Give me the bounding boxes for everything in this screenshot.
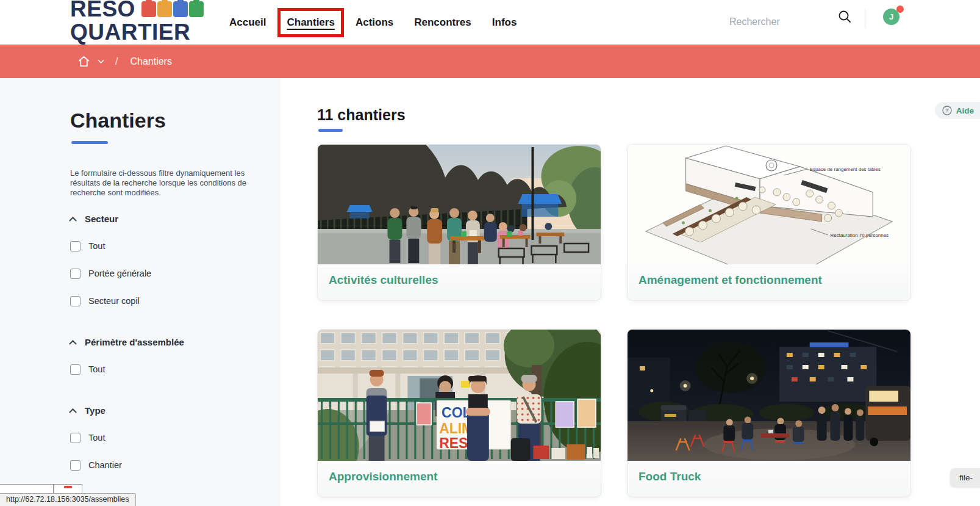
checkbox-secteur-tout[interactable]	[70, 241, 80, 251]
nav-item-infos[interactable]: Infos	[492, 16, 517, 29]
annotation-restauration: Restauration 70 personnes	[831, 233, 889, 238]
card-food-truck[interactable]: Food Truck	[627, 329, 911, 497]
page: RESO QUARTIER Accueil Chantiers Actions …	[0, 0, 980, 506]
filter-option-type-chantier[interactable]: Chantier	[70, 460, 254, 471]
chevron-up-icon	[69, 408, 77, 416]
filter-option-secteur-copil[interactable]: Secteur copil	[70, 296, 254, 306]
partial-element-box-red	[54, 484, 82, 494]
card-image-food-truck	[628, 330, 910, 461]
checkbox-type-chantier[interactable]	[70, 460, 80, 471]
main-content: ? Aide 11 chantiers	[280, 78, 980, 506]
logo-text-line1: RESO	[70, 0, 135, 21]
notification-dot	[896, 5, 904, 13]
breadcrumb: / Chantiers	[0, 45, 980, 78]
filters-sidebar: Chantiers Le formulaire ci-dessous filtr…	[0, 78, 279, 506]
card-title[interactable]: Approvisionnement	[329, 470, 590, 483]
main-nav: Accueil Chantiers Actions Rencontres Inf…	[229, 0, 517, 45]
page-title: Chantiers	[70, 109, 254, 132]
user-avatar[interactable]: J	[883, 9, 900, 25]
annotation-storage: Espace de rangement des tables	[810, 167, 881, 172]
chevron-up-icon	[69, 340, 77, 348]
top-navbar: RESO QUARTIER Accueil Chantiers Actions …	[0, 0, 980, 45]
question-circle-icon: ?	[942, 106, 952, 115]
card-image-approvisionnement: COLLE ALIM RESO	[318, 330, 601, 461]
results-count-heading: 11 chantiers	[317, 106, 406, 124]
card-body: Approvisionnement	[318, 461, 601, 497]
puzzle-pieces-icon	[141, 1, 204, 17]
filter-option-perimetre-tout[interactable]: Tout	[70, 364, 254, 375]
svg-text:?: ?	[945, 107, 949, 114]
card-amenagement-fonctionnement[interactable]: Espace de rangement des tables Restaurat…	[627, 144, 911, 301]
card-body: Activités culturelles	[318, 264, 601, 300]
partial-element-box	[0, 484, 54, 494]
nav-item-rencontres[interactable]: Rencontres	[414, 16, 471, 29]
help-label: Aide	[956, 106, 974, 115]
filter-group-secteur: Secteur Tout Portée générale Secteur cop…	[70, 214, 254, 306]
filter-group-type-toggle[interactable]: Type	[70, 405, 254, 416]
card-body: Food Truck	[628, 461, 910, 497]
filter-option-portee-generale[interactable]: Portée générale	[70, 269, 254, 279]
results-underline	[318, 129, 343, 132]
card-approvisionnement[interactable]: COLLE ALIM RESO	[317, 329, 601, 497]
filter-group-perimetre-toggle[interactable]: Périmètre d'assemblée	[70, 337, 254, 347]
nav-item-accueil[interactable]: Accueil	[229, 16, 266, 29]
file-tooltip: file-	[950, 468, 980, 487]
breadcrumb-current: Chantiers	[130, 56, 171, 67]
chevron-down-icon[interactable]	[98, 59, 104, 64]
nav-item-actions[interactable]: Actions	[356, 16, 393, 29]
avatar-initial: J	[889, 12, 893, 21]
filter-group-type: Type Tout Chantier	[70, 405, 254, 471]
card-title[interactable]: Aménagement et fonctionnement	[638, 273, 900, 287]
link-url-status-bar: http://62.72.18.156:3035/assemblies	[0, 493, 136, 506]
breadcrumb-separator: /	[115, 56, 118, 67]
chevron-up-icon	[69, 217, 77, 225]
nav-item-chantiers[interactable]: Chantiers	[287, 16, 334, 29]
checkbox-secteur-copil[interactable]	[70, 296, 80, 306]
card-image-activites-culturelles	[318, 145, 601, 264]
search-icon[interactable]	[838, 10, 851, 23]
navbar-divider	[865, 9, 865, 29]
home-icon[interactable]	[77, 55, 90, 68]
filter-option-secteur-tout[interactable]: Tout	[70, 241, 254, 251]
logo-text-line2: QUARTIER	[70, 21, 204, 44]
search-input[interactable]	[729, 11, 827, 33]
red-mark	[64, 486, 72, 488]
filter-option-type-tout[interactable]: Tout	[70, 433, 254, 443]
card-body: Aménagement et fonctionnement	[628, 264, 910, 300]
filter-description: Le formulaire ci-dessous filtre dynamiqu…	[70, 168, 247, 198]
help-button[interactable]: ? Aide	[935, 102, 980, 119]
checkbox-perimetre-tout[interactable]	[70, 364, 80, 375]
site-logo[interactable]: RESO QUARTIER	[70, 0, 204, 44]
checkbox-type-tout[interactable]	[70, 433, 80, 443]
filter-group-perimetre: Périmètre d'assemblée Tout	[70, 337, 254, 375]
title-underline	[71, 141, 108, 144]
card-title[interactable]: Activités culturelles	[329, 273, 590, 287]
card-title[interactable]: Food Truck	[638, 470, 900, 483]
card-activites-culturelles[interactable]: Activités culturelles	[317, 144, 601, 301]
checkbox-portee-generale[interactable]	[70, 269, 80, 279]
assemblies-grid: Activités culturelles	[317, 144, 911, 497]
filter-group-secteur-toggle[interactable]: Secteur	[70, 214, 254, 224]
card-image-amenagement: Espace de rangement des tables Restaurat…	[628, 145, 910, 264]
